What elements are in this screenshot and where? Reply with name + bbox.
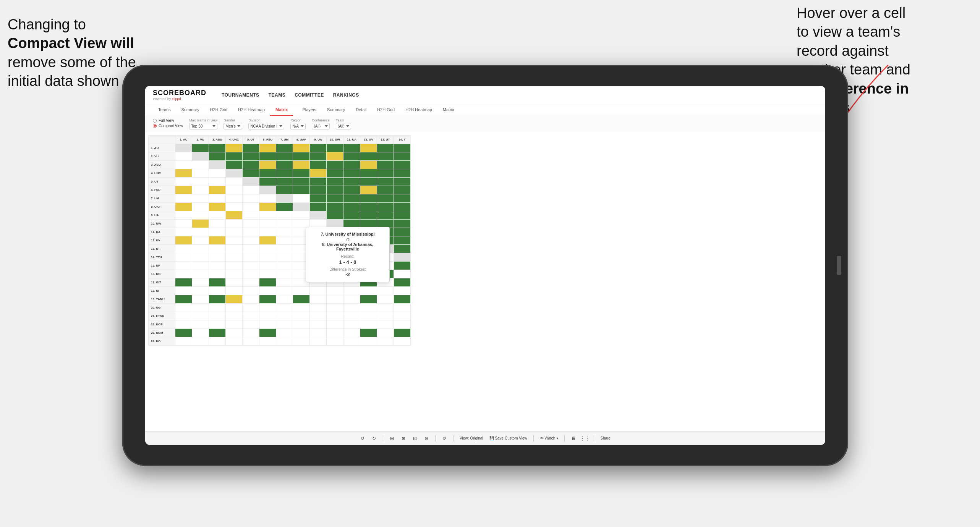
matrix-cell[interactable] xyxy=(175,236,192,245)
matrix-cell[interactable] xyxy=(175,304,192,312)
matrix-cell[interactable] xyxy=(394,144,411,152)
matrix-cell[interactable] xyxy=(243,236,259,245)
matrix-cell[interactable] xyxy=(377,194,394,203)
matrix-cell[interactable] xyxy=(394,186,411,194)
matrix-cell[interactable] xyxy=(175,194,192,203)
matrix-cell[interactable] xyxy=(293,161,310,169)
matrix-cell[interactable] xyxy=(259,203,276,211)
matrix-cell[interactable] xyxy=(394,295,411,304)
sub-nav-players-matrix[interactable]: Matrix xyxy=(437,104,460,116)
matrix-cell[interactable] xyxy=(310,329,327,337)
matrix-cell[interactable] xyxy=(209,152,226,161)
matrix-cell[interactable] xyxy=(175,228,192,236)
matrix-cell[interactable] xyxy=(175,337,192,346)
matrix-cell[interactable] xyxy=(394,329,411,337)
sub-nav-h2h-heatmap[interactable]: H2H Heatmap xyxy=(233,104,270,116)
matrix-cell[interactable] xyxy=(310,337,327,346)
matrix-cell[interactable] xyxy=(276,236,293,245)
matrix-cell[interactable] xyxy=(327,329,343,337)
nav-tournaments[interactable]: TOURNAMENTS xyxy=(222,91,259,99)
matrix-cell[interactable] xyxy=(310,287,327,295)
matrix-cell[interactable] xyxy=(360,304,377,312)
matrix-cell[interactable] xyxy=(377,211,394,220)
matrix-cell[interactable] xyxy=(327,186,343,194)
matrix-cell[interactable] xyxy=(327,169,343,178)
matrix-cell[interactable] xyxy=(310,144,327,152)
matrix-cell[interactable] xyxy=(394,228,411,236)
filter-region-select[interactable]: N/A (All) xyxy=(290,123,306,129)
matrix-cell[interactable] xyxy=(175,270,192,278)
matrix-cell[interactable] xyxy=(310,161,327,169)
matrix-cell[interactable] xyxy=(259,194,276,203)
matrix-cell[interactable] xyxy=(192,312,209,320)
matrix-cell[interactable] xyxy=(192,320,209,329)
matrix-cell[interactable] xyxy=(209,211,226,220)
matrix-cell[interactable] xyxy=(192,278,209,287)
matrix-cell[interactable] xyxy=(259,152,276,161)
nav-committee[interactable]: COMMITTEE xyxy=(295,91,324,99)
matrix-cell[interactable] xyxy=(192,220,209,228)
matrix-cell[interactable] xyxy=(226,304,243,312)
sub-nav-players-h2h-heatmap[interactable]: H2H Heatmap xyxy=(400,104,437,116)
matrix-cell[interactable] xyxy=(192,203,209,211)
matrix-cell[interactable] xyxy=(276,278,293,287)
matrix-cell[interactable] xyxy=(377,169,394,178)
matrix-cell[interactable] xyxy=(394,161,411,169)
matrix-cell[interactable] xyxy=(394,220,411,228)
matrix-cell[interactable] xyxy=(192,295,209,304)
matrix-cell[interactable] xyxy=(175,278,192,287)
matrix-cell[interactable] xyxy=(276,329,293,337)
matrix-cell[interactable] xyxy=(192,287,209,295)
matrix-container[interactable]: 1. AU 2. VU 3. ASU 4. UNC 5. UT 6. FSU 7… xyxy=(145,132,825,445)
matrix-cell[interactable] xyxy=(209,178,226,186)
toolbar-grid[interactable]: ⋮⋮ xyxy=(582,436,588,441)
matrix-cell[interactable] xyxy=(243,320,259,329)
matrix-cell[interactable] xyxy=(377,144,394,152)
matrix-cell[interactable] xyxy=(226,262,243,270)
matrix-cell[interactable] xyxy=(377,329,394,337)
matrix-cell[interactable] xyxy=(360,169,377,178)
matrix-cell[interactable] xyxy=(259,312,276,320)
matrix-cell[interactable] xyxy=(192,144,209,152)
matrix-cell[interactable] xyxy=(259,161,276,169)
matrix-cell[interactable] xyxy=(243,253,259,262)
matrix-cell[interactable] xyxy=(394,287,411,295)
matrix-cell[interactable] xyxy=(343,211,360,220)
matrix-cell[interactable] xyxy=(360,152,377,161)
matrix-cell[interactable] xyxy=(360,186,377,194)
matrix-cell[interactable] xyxy=(394,203,411,211)
matrix-cell[interactable] xyxy=(293,329,310,337)
matrix-cell[interactable] xyxy=(377,203,394,211)
toolbar-view-original[interactable]: View: Original xyxy=(460,436,483,440)
matrix-cell[interactable] xyxy=(293,320,310,329)
matrix-cell[interactable] xyxy=(293,194,310,203)
matrix-cell[interactable] xyxy=(192,262,209,270)
matrix-cell[interactable] xyxy=(276,245,293,253)
matrix-cell[interactable] xyxy=(293,144,310,152)
matrix-cell[interactable] xyxy=(343,161,360,169)
matrix-cell[interactable] xyxy=(276,144,293,152)
matrix-cell[interactable] xyxy=(209,194,226,203)
matrix-cell[interactable] xyxy=(360,337,377,346)
matrix-cell[interactable] xyxy=(310,203,327,211)
matrix-cell[interactable] xyxy=(377,312,394,320)
matrix-cell[interactable] xyxy=(394,278,411,287)
matrix-cell[interactable] xyxy=(192,270,209,278)
matrix-cell[interactable] xyxy=(276,186,293,194)
matrix-cell[interactable] xyxy=(259,211,276,220)
matrix-cell[interactable] xyxy=(209,304,226,312)
matrix-cell[interactable] xyxy=(276,211,293,220)
matrix-cell[interactable] xyxy=(394,337,411,346)
matrix-cell[interactable] xyxy=(209,253,226,262)
filter-max-teams-select[interactable]: Top 50 xyxy=(189,123,217,129)
toolbar-refresh[interactable]: ↺ xyxy=(442,436,447,441)
matrix-cell[interactable] xyxy=(276,337,293,346)
matrix-cell[interactable] xyxy=(175,144,192,152)
matrix-cell[interactable] xyxy=(243,152,259,161)
matrix-cell[interactable] xyxy=(209,320,226,329)
matrix-cell[interactable] xyxy=(310,295,327,304)
matrix-cell[interactable] xyxy=(394,236,411,245)
toolbar-share[interactable]: Share xyxy=(600,436,611,440)
matrix-cell[interactable] xyxy=(175,245,192,253)
matrix-cell[interactable] xyxy=(394,304,411,312)
